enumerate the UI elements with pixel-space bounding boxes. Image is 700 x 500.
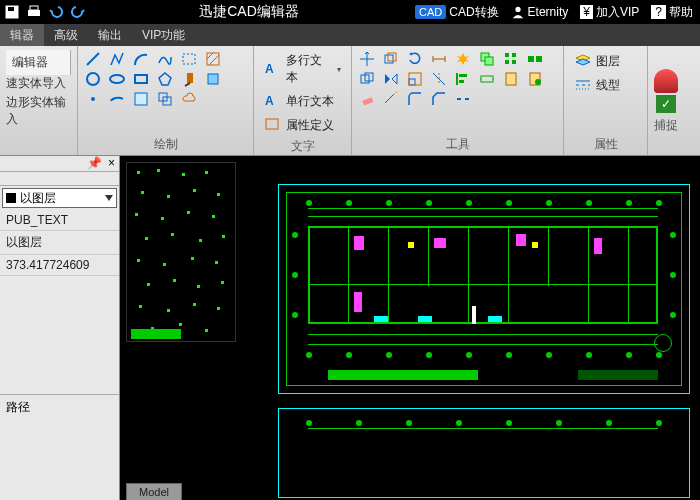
rotate-icon[interactable]	[406, 50, 424, 68]
region-icon[interactable]	[132, 90, 150, 108]
thumb-title-bar	[131, 329, 181, 339]
fast-entity-import[interactable]: 速实体导入	[6, 75, 66, 92]
svg-rect-52	[362, 97, 373, 105]
move-icon[interactable]	[358, 50, 376, 68]
pin-icon[interactable]: 📌	[87, 156, 102, 171]
snap-icon[interactable]	[654, 69, 678, 93]
stretch-icon[interactable]	[478, 70, 496, 88]
copy2-icon[interactable]	[478, 50, 496, 68]
block-icon[interactable]	[204, 70, 222, 88]
svg-point-4	[515, 7, 520, 12]
erase-icon[interactable]	[358, 90, 376, 108]
svg-rect-25	[388, 53, 396, 61]
ellipse-icon[interactable]	[108, 70, 126, 88]
rect-dashed-icon[interactable]	[180, 50, 198, 68]
paint-icon[interactable]	[180, 70, 198, 88]
svg-text:A: A	[265, 94, 274, 108]
svg-rect-24	[385, 55, 393, 63]
ellipse-arc-icon[interactable]	[108, 90, 126, 108]
explode-icon[interactable]	[454, 50, 472, 68]
menu-output[interactable]: 输出	[88, 24, 132, 46]
svg-rect-12	[135, 75, 147, 83]
prop-row[interactable]: PUB_TEXT	[0, 210, 119, 231]
svg-line-9	[209, 55, 219, 65]
polyline-icon[interactable]	[108, 50, 126, 68]
svg-rect-1	[8, 7, 14, 11]
svg-rect-41	[409, 79, 415, 85]
workspace: 📌× 以图层 PUB_TEXT 以图层 373.417724609 路径	[0, 156, 700, 500]
single-text-button[interactable]: A单行文本	[260, 90, 345, 112]
chamfer-icon[interactable]	[430, 90, 448, 108]
menu-editor[interactable]: 辑器	[0, 24, 44, 46]
close-icon[interactable]: ×	[108, 156, 115, 171]
linetype-button[interactable]: 线型	[570, 74, 641, 96]
undo-icon[interactable]	[48, 4, 64, 20]
vip-button[interactable]: ¥加入VIP	[577, 4, 642, 21]
save-icon[interactable]	[4, 4, 20, 20]
cloud-icon[interactable]	[180, 90, 198, 108]
svg-point-11	[110, 75, 124, 83]
help-button[interactable]: ?帮助	[648, 4, 696, 21]
svg-marker-39	[385, 74, 390, 84]
hatch-icon[interactable]	[204, 50, 222, 68]
app-title: 迅捷CAD编辑器	[92, 3, 406, 21]
layer-button[interactable]: 图层	[570, 50, 641, 72]
svg-point-51	[535, 79, 541, 85]
layer-combo[interactable]: 以图层	[2, 188, 117, 208]
fillet-icon[interactable]	[406, 90, 424, 108]
svg-rect-36	[536, 56, 542, 62]
ribbon-side-label: 编辑器	[6, 50, 71, 75]
polygon-entity-input[interactable]: 边形实体输入	[6, 94, 71, 128]
paste2-icon[interactable]	[526, 70, 544, 88]
svg-rect-46	[459, 74, 467, 77]
redo-icon[interactable]	[70, 4, 86, 20]
print-icon[interactable]	[26, 4, 42, 20]
multiline-text-button[interactable]: A多行文本▾	[260, 50, 345, 88]
spline-icon[interactable]	[156, 50, 174, 68]
array-icon[interactable]	[502, 50, 520, 68]
user-tag[interactable]: Eternity	[508, 5, 572, 19]
attr-def-button[interactable]: 属性定义	[260, 114, 345, 136]
menu-vip[interactable]: VIP功能	[132, 24, 195, 46]
arc-icon[interactable]	[132, 50, 150, 68]
join-icon[interactable]	[526, 50, 544, 68]
rect-icon[interactable]	[132, 70, 150, 88]
align-icon[interactable]	[454, 70, 472, 88]
mirror-icon[interactable]	[382, 70, 400, 88]
prop-row[interactable]: 373.417724609	[0, 255, 119, 276]
circle-icon[interactable]	[84, 70, 102, 88]
offset-icon[interactable]	[382, 50, 400, 68]
trim-icon[interactable]	[430, 70, 448, 88]
cad-convert-button[interactable]: CADCAD转换	[412, 4, 502, 21]
svg-rect-47	[459, 80, 464, 83]
model-tab[interactable]: Model	[126, 483, 182, 500]
line-icon[interactable]	[84, 50, 102, 68]
dim-icon[interactable]	[430, 50, 448, 68]
svg-rect-23	[266, 119, 278, 129]
polygon-icon[interactable]	[156, 70, 174, 88]
svg-rect-2	[28, 10, 40, 16]
prop-row[interactable]: 以图层	[0, 231, 119, 255]
point-icon[interactable]	[84, 90, 102, 108]
svg-rect-32	[512, 53, 516, 57]
copy-icon[interactable]	[358, 70, 376, 88]
group-prop-label: 属性	[570, 134, 641, 153]
path-label: 路径	[0, 394, 119, 420]
group-text-label: 文字	[260, 136, 345, 155]
menu-advanced[interactable]: 高级	[44, 24, 88, 46]
floor-plan	[278, 184, 690, 472]
drawing-canvas[interactable]: Model	[120, 156, 700, 500]
svg-rect-3	[30, 6, 38, 10]
color-swatch	[6, 193, 16, 203]
group-snap-label: 捕捉	[654, 115, 678, 134]
svg-rect-31	[505, 53, 509, 57]
region2-icon[interactable]	[156, 90, 174, 108]
svg-line-15	[185, 83, 190, 86]
extend-icon[interactable]	[382, 90, 400, 108]
scale-icon[interactable]	[406, 70, 424, 88]
svg-line-8	[207, 53, 213, 59]
paste-icon[interactable]	[502, 70, 520, 88]
break-icon[interactable]	[454, 90, 472, 108]
snap-check-icon[interactable]: ✓	[656, 95, 676, 113]
ribbon: 编辑器 速实体导入 边形实体输入	[0, 46, 700, 156]
